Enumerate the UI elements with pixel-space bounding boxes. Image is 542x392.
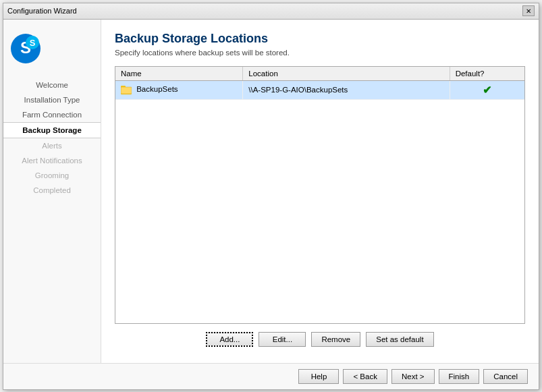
cell-name: BackupSets: [115, 80, 243, 99]
storage-table: Name Location Default?: [115, 67, 524, 100]
sidebar-item-farm-connection[interactable]: Farm Connection: [3, 107, 101, 122]
remove-button[interactable]: Remove: [311, 332, 360, 347]
page-title: Backup Storage Locations: [115, 32, 525, 46]
sidebar-item-completed: Completed: [3, 183, 101, 198]
sidebar-item-grooming: Grooming: [3, 168, 101, 183]
page-subtitle: Specify locations where backup sets will…: [115, 49, 525, 57]
sidebar: S S Welcome Installation Type Farm Conne…: [3, 20, 101, 363]
storage-table-container: Name Location Default?: [115, 66, 525, 324]
page-header: Backup Storage Locations Specify locatio…: [115, 32, 525, 57]
set-default-button[interactable]: Set as default: [366, 332, 433, 347]
col-header-name: Name: [115, 67, 243, 81]
svg-rect-6: [121, 87, 132, 94]
col-header-default: Default?: [450, 67, 524, 81]
table-row[interactable]: BackupSets \\A-SP19-G-AIO\BackupSets ✔: [115, 80, 524, 99]
main-panel: Backup Storage Locations Specify locatio…: [101, 20, 539, 363]
sidebar-item-welcome[interactable]: Welcome: [3, 78, 101, 92]
next-button[interactable]: Next >: [391, 369, 435, 384]
sidebar-item-installation-type[interactable]: Installation Type: [3, 92, 101, 107]
close-button[interactable]: ✕: [522, 5, 535, 16]
sidebar-navigation: Welcome Installation Type Farm Connectio…: [3, 78, 101, 198]
footer: Help < Back Next > Finish Cancel: [3, 363, 539, 389]
sidebar-item-alerts: Alerts: [3, 138, 101, 153]
main-content: S S Welcome Installation Type Farm Conne…: [3, 20, 539, 363]
table-header-row: Name Location Default?: [115, 67, 524, 81]
edit-button[interactable]: Edit...: [259, 332, 306, 347]
action-buttons-group: Add... Edit... Remove Set as default: [115, 332, 525, 347]
sidebar-item-alert-notifications: Alert Notifications: [3, 153, 101, 168]
title-bar: Configuration Wizard ✕: [3, 3, 539, 20]
help-button[interactable]: Help: [298, 369, 339, 384]
logo-area: S S: [3, 26, 101, 78]
add-button[interactable]: Add...: [206, 332, 253, 347]
cell-default: ✔: [450, 80, 524, 99]
default-checkmark-icon: ✔: [483, 84, 491, 96]
sidebar-item-backup-storage[interactable]: Backup Storage: [3, 122, 101, 138]
configuration-wizard-window: Configuration Wizard ✕ S S Welcome Insta…: [3, 3, 539, 390]
cancel-button[interactable]: Cancel: [483, 369, 528, 384]
svg-text:S: S: [30, 38, 36, 48]
folder-icon: [121, 84, 132, 95]
back-button[interactable]: < Back: [343, 369, 387, 384]
cell-location: \\A-SP19-G-AIO\BackupSets: [243, 80, 450, 99]
app-logo-icon: S S: [10, 33, 41, 64]
window-title: Configuration Wizard: [7, 7, 77, 15]
finish-button[interactable]: Finish: [439, 369, 480, 384]
col-header-location: Location: [243, 67, 450, 81]
